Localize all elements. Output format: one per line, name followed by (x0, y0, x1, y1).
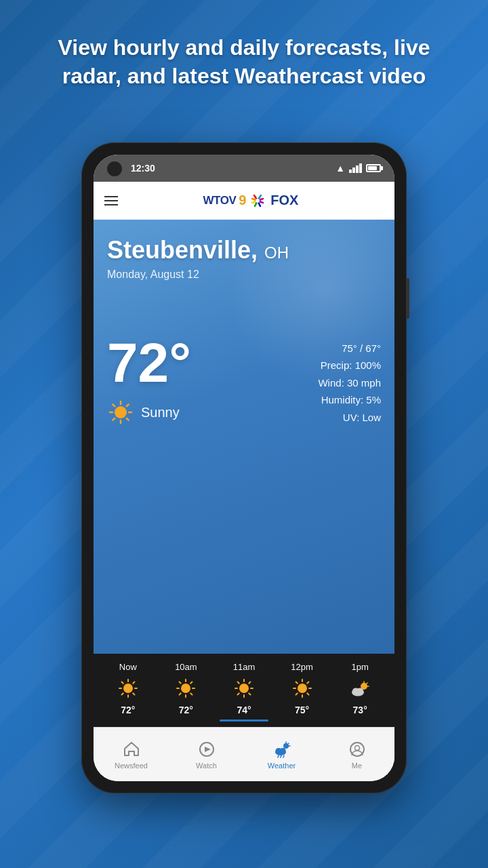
nav-label-watch: Watch (196, 762, 217, 770)
hourly-temp: 72° (179, 705, 193, 715)
svg-line-25 (180, 682, 181, 684)
svg-line-17 (133, 693, 134, 694)
svg-point-2 (115, 406, 127, 418)
svg-line-37 (237, 693, 239, 694)
high-low: 75° / 67° (318, 340, 381, 357)
hourly-scroll: Now 72° (94, 662, 394, 715)
hourly-time: 1pm (352, 662, 369, 672)
svg-line-18 (133, 682, 134, 684)
status-icons: ▲ (336, 163, 381, 174)
nav-item-newsfeed[interactable]: Newsfeed (94, 740, 169, 770)
nav-label-newsfeed: Newsfeed (115, 762, 148, 770)
weather-date: Monday, August 12 (107, 269, 381, 281)
svg-line-65 (283, 755, 284, 757)
nav-label-me: Me (352, 762, 362, 770)
humidity: Humidity: 5% (318, 391, 381, 409)
tab-indicator-row (94, 715, 394, 722)
precip: Precip: 100% (318, 357, 381, 374)
weather-condition-icon (107, 399, 134, 426)
city-name: Steubenville, OH (107, 236, 381, 264)
wind: Wind: 30 mph (318, 374, 381, 392)
hourly-item-11am[interactable]: 11am 74° (220, 662, 268, 715)
status-time: 12:30 (131, 163, 155, 174)
logo-fox: FOX (270, 193, 298, 208)
wifi-icon: ▲ (336, 163, 345, 174)
battery-icon (366, 164, 381, 172)
svg-point-62 (279, 748, 285, 753)
svg-point-11 (123, 684, 133, 693)
nav-label-weather: Weather (268, 762, 296, 770)
nav-item-watch[interactable]: Watch (169, 740, 244, 770)
hourly-sun-icon (117, 677, 139, 699)
svg-line-43 (296, 682, 297, 684)
bottom-nav: Newsfeed Watch (94, 727, 394, 781)
svg-line-26 (191, 693, 192, 694)
phone-screen: 12:30 ▲ (94, 155, 394, 781)
app-logo: WTOV 9 (118, 193, 384, 208)
hourly-temp: 74° (237, 705, 251, 715)
hourly-forecast: Now 72° (94, 654, 394, 727)
hourly-sun-icon (175, 677, 197, 699)
hourly-temp: 75° (295, 705, 309, 715)
condition-text: Sunny (141, 405, 180, 420)
logo-9: 9 (239, 193, 246, 208)
headline: View hourly and daily forecasts, live ra… (0, 34, 488, 90)
hourly-temp: 73° (353, 705, 367, 715)
weather-details: 75° / 67° Precip: 100% Wind: 30 mph Humi… (318, 340, 381, 427)
svg-point-1 (256, 199, 260, 203)
menu-button[interactable] (104, 196, 118, 205)
svg-line-64 (281, 755, 281, 757)
svg-line-63 (278, 755, 279, 757)
hourly-sun-icon (233, 677, 255, 699)
hourly-time: Now (119, 662, 137, 672)
app-header: WTOV 9 (94, 182, 394, 220)
svg-line-49 (367, 683, 368, 684)
svg-line-36 (249, 682, 250, 684)
svg-line-7 (113, 404, 115, 406)
hourly-time: 12pm (291, 662, 313, 672)
signal-icon (349, 163, 362, 173)
svg-line-44 (307, 693, 308, 694)
svg-line-46 (296, 693, 297, 694)
active-tab-indicator (220, 719, 268, 722)
svg-point-38 (298, 684, 307, 693)
hourly-time: 10am (175, 662, 197, 672)
person-circle-icon (348, 740, 367, 759)
status-bar: 12:30 ▲ (94, 155, 394, 182)
svg-line-16 (121, 682, 123, 684)
temp-condition: 72° (107, 335, 191, 426)
phone-shell: 12:30 ▲ (81, 142, 407, 793)
weather-main: Steubenville, OH Monday, August 12 72° (94, 220, 394, 654)
hourly-item-now[interactable]: Now 72° (104, 662, 152, 715)
nav-item-me[interactable]: Me (319, 740, 394, 770)
hourly-time: 11am (233, 662, 256, 672)
svg-line-58 (287, 743, 288, 744)
camera-cutout (107, 161, 122, 176)
svg-line-19 (121, 693, 123, 694)
svg-line-34 (237, 682, 239, 684)
svg-point-67 (354, 745, 359, 750)
svg-point-53 (357, 688, 363, 694)
nav-item-weather[interactable]: Weather (244, 740, 319, 770)
uv: UV: Low (318, 409, 381, 427)
svg-point-29 (239, 684, 249, 693)
hourly-item-10am[interactable]: 10am 72° (161, 662, 210, 715)
play-circle-icon (197, 740, 216, 759)
temperature: 72° (107, 335, 191, 391)
svg-line-45 (307, 682, 308, 684)
svg-line-8 (127, 418, 129, 420)
hourly-item-12pm[interactable]: 12pm 75° (278, 662, 327, 715)
condition-row: Sunny (107, 399, 191, 426)
logo-wtov: WTOV (203, 194, 237, 208)
hourly-item-1pm[interactable]: 1pm 73° (336, 662, 384, 715)
weather-content: 72° (107, 335, 381, 426)
svg-marker-55 (205, 747, 211, 752)
home-icon (122, 740, 141, 759)
svg-point-20 (181, 684, 190, 693)
cloud-rain-icon (272, 740, 291, 759)
svg-line-9 (127, 404, 129, 406)
svg-line-35 (249, 693, 250, 694)
hourly-cloud-sun-icon (349, 677, 371, 699)
svg-line-10 (113, 418, 115, 420)
svg-line-28 (180, 693, 181, 694)
